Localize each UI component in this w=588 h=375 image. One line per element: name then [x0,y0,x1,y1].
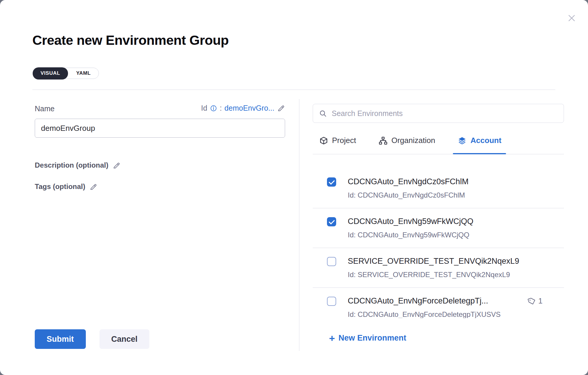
search-icon [319,109,327,117]
env-row[interactable]: CDCNGAuto_EnvNg59wFkWCjQQ Id: CDCNGAuto_… [313,208,564,248]
env-checkbox[interactable] [327,297,336,306]
name-label: Name [35,104,55,113]
search-input[interactable] [332,109,558,118]
id-row: Id : demoEnvGro... [201,104,285,112]
close-icon[interactable] [566,12,577,24]
submit-button[interactable]: Submit [35,329,86,349]
env-name: SERVICE_OVERRIDE_TEST_ENVQik2NqexL9 [348,256,519,266]
env-name: CDCNGAuto_EnvNgdCz0sFChlM [348,177,469,187]
env-tabs: Project Organization Account [313,132,564,154]
id-value-link[interactable]: demoEnvGro... [225,104,274,112]
env-list: CDCNGAuto_EnvNgdCz0sFChlM Id: CDCNGAuto_… [313,154,564,318]
env-checkbox[interactable] [327,217,336,226]
env-id: Id: SERVICE_OVERRIDE_TEST_ENVQik2NqexL9 [348,270,519,279]
env-id: Id: CDCNGAuto_EnvNgForceDeletegpTjXUSVS [348,310,501,318]
toggle-yaml[interactable]: YAML [68,68,99,79]
env-row[interactable]: CDCNGAuto_EnvNgForceDeletegpTj... Id: CD… [313,288,564,318]
layers-icon [458,136,467,145]
tab-project[interactable]: Project [317,132,358,154]
env-row[interactable]: SERVICE_OVERRIDE_TEST_ENVQik2NqexL9 Id: … [313,248,564,288]
cancel-button[interactable]: Cancel [99,329,150,349]
env-row[interactable]: CDCNGAuto_EnvNgdCz0sFChlM Id: CDCNGAuto_… [313,169,564,208]
new-environment-label: New Environment [339,333,406,343]
tab-account[interactable]: Account [456,132,503,154]
description-row: Description (optional) [35,161,121,169]
env-tag-badge: 1 [528,296,543,306]
id-separator: : [220,104,222,112]
info-icon[interactable] [210,105,217,112]
tag-count: 1 [538,296,543,306]
tab-organization[interactable]: Organization [377,132,437,154]
visual-yaml-toggle: VISUAL YAML [33,68,99,79]
env-checkbox[interactable] [327,177,336,187]
env-name: CDCNGAuto_EnvNgForceDeletegpTj... [348,296,501,306]
description-label: Description (optional) [35,161,108,169]
page-title: Create new Environment Group [32,33,229,48]
edit-description-pencil-icon[interactable] [113,161,121,169]
panel-divider [299,99,299,351]
header-divider [32,90,555,90]
tab-label: Project [332,136,356,145]
edit-tags-pencil-icon[interactable] [89,183,97,191]
env-name: CDCNGAuto_EnvNg59wFkWCjQQ [348,216,473,226]
tab-label: Organization [391,136,435,145]
env-checkbox[interactable] [327,257,336,266]
tab-label: Account [470,136,501,145]
plus-icon: + [329,334,335,342]
new-environment-button[interactable]: + New Environment [329,333,406,343]
tags-label: Tags (optional) [35,182,85,191]
name-input[interactable] [35,119,285,138]
env-id: Id: CDCNGAuto_EnvNgdCz0sFChlM [348,191,469,200]
toggle-visual[interactable]: VISUAL [33,67,68,80]
tags-row: Tags (optional) [35,182,97,191]
env-id: Id: CDCNGAuto_EnvNg59wFkWCjQQ [348,231,473,239]
cube-icon [319,136,328,145]
org-icon [379,136,388,145]
environments-panel: Project Organization Account CDCNGAuto_E… [313,104,564,343]
edit-id-pencil-icon[interactable] [277,104,285,112]
tag-icon [527,296,537,306]
id-label: Id [201,104,207,112]
environment-search [313,104,564,123]
form-actions: Submit Cancel [35,329,149,349]
create-environment-group-modal: Create new Environment Group VISUAL YAML… [0,0,588,375]
